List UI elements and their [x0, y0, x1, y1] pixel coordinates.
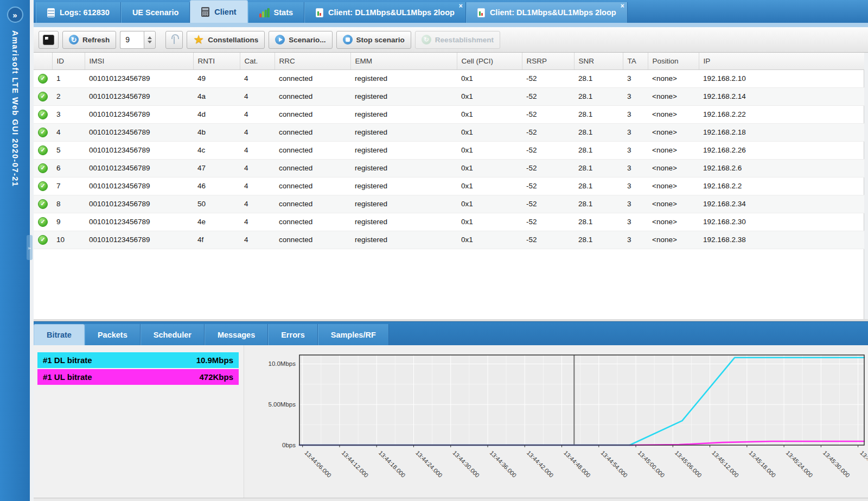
table-row[interactable]: ✓1001010123456789494connectedregistered0… — [34, 69, 864, 87]
bottom-tab-scheduler[interactable]: Scheduler — [141, 324, 205, 345]
column-header-emm[interactable]: EMM — [350, 53, 457, 69]
scenario--button[interactable]: Scenario... — [269, 31, 332, 49]
table-cell: 4 — [240, 123, 275, 141]
tab-close-icon[interactable]: × — [621, 3, 624, 9]
tab-client[interactable]: Client — [190, 0, 247, 23]
table-cell: <none> — [648, 69, 699, 87]
table-cell: -52 — [522, 231, 574, 249]
column-header-ta[interactable]: TA — [623, 53, 648, 69]
table-cell: 3 — [623, 231, 648, 249]
table-row[interactable]: ✓8001010123456789504connectedregistered0… — [34, 195, 864, 213]
top-tab-bar: Logs: 612830UE ScenarioClientStatsClient… — [34, 0, 868, 23]
column-header-status[interactable] — [34, 53, 52, 69]
tab-label: Client — [214, 8, 236, 16]
stop-scenario-button[interactable]: Stop scenario — [336, 31, 411, 49]
table-row[interactable]: ✓7001010123456789464connectedregistered0… — [34, 177, 864, 195]
sidebar-collapse-handle[interactable]: ▸ — [27, 235, 33, 260]
table-cell: 3 — [623, 177, 648, 195]
bottom-tab-bitrate[interactable]: Bitrate — [34, 324, 85, 345]
main-area: Logs: 612830UE ScenarioClientStatsClient… — [34, 0, 868, 501]
column-header-snr[interactable]: SNR — [574, 53, 623, 69]
table-cell: 46 — [193, 177, 240, 195]
table-cell: connected — [275, 159, 350, 177]
table-cell: 9 — [52, 213, 85, 231]
tab-stats[interactable]: Stats — [248, 2, 304, 23]
table-row[interactable]: ✓90010101234567894e4connectedregistered0… — [34, 213, 864, 231]
table-row[interactable]: ✓6001010123456789474connectedregistered0… — [34, 159, 864, 177]
tab-ue-scenario[interactable]: UE Scenario — [121, 2, 190, 23]
table-cell: 4d — [193, 105, 240, 123]
column-header-id[interactable]: ID — [52, 53, 85, 69]
table-row[interactable]: ✓100010101234567894f4connectedregistered… — [34, 231, 864, 249]
column-header-ip[interactable]: IP — [699, 53, 864, 69]
terminal-button[interactable] — [39, 31, 59, 49]
tab-logs-612830[interactable]: Logs: 612830 — [36, 2, 121, 23]
table-cell: 28.1 — [574, 69, 623, 87]
spinner-arrows[interactable] — [144, 31, 156, 49]
filechart-icon — [316, 8, 323, 17]
table-cell: 0x1 — [457, 141, 522, 159]
amarisoft-lte-web-gui: » Amarisoft LTE Web GUI 2020-07-21 ▸ Log… — [0, 0, 868, 501]
sidebar-splitter[interactable]: ▸ — [30, 0, 34, 501]
column-header-imsi[interactable]: IMSI — [85, 53, 193, 69]
table-cell: 0x1 — [457, 213, 522, 231]
ue-status-cell: ✓ — [34, 177, 52, 195]
table-cell: -52 — [522, 105, 574, 123]
table-cell: -52 — [522, 213, 574, 231]
table-row[interactable]: ✓40010101234567894b4connectedregistered0… — [34, 123, 864, 141]
tab-client-dl1mbps-ul1mbps-2loop[interactable]: Client: DL1Mbps&UL1Mbps 2loop× — [304, 2, 466, 23]
sidebar-expand-icon[interactable]: » — [7, 7, 23, 23]
table-cell: registered — [350, 195, 457, 213]
legend-series-value: 472Kbps — [199, 372, 233, 382]
table-cell: registered — [350, 177, 457, 195]
table-cell: registered — [350, 105, 457, 123]
tab-client-dl1mbps-ul1mbps-2loop[interactable]: Client: DL1Mbps&UL1Mbps 2loop× — [466, 2, 628, 23]
column-header-rrc[interactable]: RRC — [275, 53, 350, 69]
column-header-cell-pci-[interactable]: Cell (PCI) — [457, 53, 522, 69]
table-cell: 28.1 — [574, 213, 623, 231]
table-cell: 3 — [52, 105, 85, 123]
column-header-position[interactable]: Position — [648, 53, 699, 69]
app-title: Amarisoft LTE Web GUI 2020-07-21 — [11, 30, 20, 187]
antenna-button[interactable] — [165, 31, 183, 49]
legend-item[interactable]: #1 DL bitrate10.9Mbps — [37, 352, 239, 368]
table-cell: 8 — [52, 195, 85, 213]
table-cell: 2 — [52, 87, 85, 105]
ue-status-cell: ✓ — [34, 141, 52, 159]
table-cell: 3 — [623, 69, 648, 87]
tab-close-icon[interactable]: × — [459, 3, 463, 9]
column-header-rsrp[interactable]: RSRP — [522, 53, 574, 69]
table-cell: <none> — [648, 195, 699, 213]
legend-item[interactable]: #1 UL bitrate472Kbps — [37, 369, 239, 385]
table-cell: -52 — [522, 141, 574, 159]
svg-text:13:45:30.000: 13:45:30.000 — [822, 449, 851, 479]
refresh-button[interactable]: ↻Refresh — [62, 31, 116, 49]
table-cell: 192.168.2.18 — [699, 123, 864, 141]
column-header-cat-[interactable]: Cat. — [240, 53, 275, 69]
button-label: Refresh — [82, 36, 110, 44]
constellations-button[interactable]: ★Constellations — [187, 31, 265, 49]
ue-count-input[interactable] — [120, 31, 144, 49]
bottom-tab-errors[interactable]: Errors — [268, 324, 318, 345]
tab-label: Stats — [274, 8, 293, 17]
table-cell: 4 — [240, 177, 275, 195]
table-cell: 47 — [193, 159, 240, 177]
filechart-icon — [477, 8, 485, 17]
column-header-rnti[interactable]: RNTI — [193, 53, 240, 69]
svg-text:13:45:24.000: 13:45:24.000 — [785, 449, 814, 479]
table-cell: 001010123456789 — [85, 159, 193, 177]
table-row[interactable]: ✓30010101234567894d4connectedregistered0… — [34, 105, 864, 123]
legend-series-name: #1 UL bitrate — [43, 372, 92, 382]
bottom-tab-messages[interactable]: Messages — [205, 324, 268, 345]
check-circle-icon: ✓ — [38, 235, 48, 245]
table-row[interactable]: ✓20010101234567894a4connectedregistered0… — [34, 87, 864, 105]
check-circle-icon: ✓ — [38, 74, 48, 84]
table-row[interactable]: ✓50010101234567894c4connectedregistered0… — [34, 141, 864, 159]
check-circle-icon: ✓ — [38, 92, 48, 102]
bottom-tab-packets[interactable]: Packets — [85, 324, 141, 345]
ue-status-cell: ✓ — [34, 213, 52, 231]
table-cell: <none> — [648, 105, 699, 123]
bottom-tab-samples-rf[interactable]: Samples/RF — [318, 324, 389, 345]
table-cell: 28.1 — [574, 87, 623, 105]
tab-label: Logs: 612830 — [60, 8, 110, 17]
